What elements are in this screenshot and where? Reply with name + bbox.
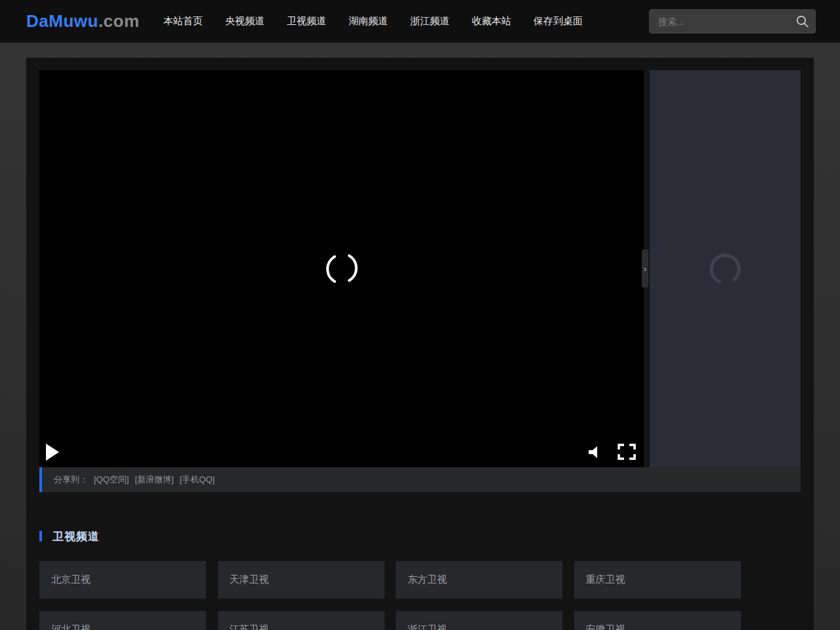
channel-card-anhui[interactable]: 安徽卫视 [574,611,741,630]
channel-card-tianjin[interactable]: 天津卫视 [218,561,385,598]
share-link-weibo[interactable]: [新浪微博] [135,474,173,486]
channel-card-beijing[interactable]: 北京卫视 [39,561,206,598]
search-box [649,9,816,33]
loading-spinner-icon [322,249,362,289]
logo[interactable]: DaMuwu.com [26,0,140,43]
fullscreen-icon [618,444,636,460]
main-nav: 本站首页 央视频道 卫视频道 湖南频道 浙江频道 收藏本站 保存到桌面 [163,0,583,43]
section-header: 卫视频道 [39,530,100,543]
search-icon[interactable] [796,15,809,28]
chevron-right-icon: › [644,264,646,273]
fullscreen-button[interactable] [618,444,636,460]
speaker-icon [587,445,602,459]
section-accent-bar [39,531,42,541]
logo-brand: DaMuwu [26,11,98,32]
nav-item-hunan-channels[interactable]: 湖南频道 [348,15,388,28]
play-button[interactable] [46,443,63,461]
nav-item-save-to-desktop[interactable]: 保存到桌面 [534,15,583,28]
channel-card-dongfang[interactable]: 东方卫视 [396,561,562,598]
header: DaMuwu.com 本站首页 央视频道 卫视频道 湖南频道 浙江频道 收藏本站… [0,0,840,43]
nav-item-zhejiang-channels[interactable]: 浙江频道 [410,15,450,28]
video-player[interactable] [39,70,644,467]
channel-card-chongqing[interactable]: 重庆卫视 [574,561,741,598]
nav-item-cctv-channels[interactable]: 央视频道 [225,15,264,28]
content: › 分享到： [QQ空间] [新浪微博] [手机QQ] 卫视频道 北京卫视 天津… [26,58,814,630]
sidebar-toggle[interactable]: › [642,249,648,287]
play-icon [46,444,59,461]
share-link-mobile-qq[interactable]: [手机QQ] [180,474,215,486]
sidebar-loading-spinner-icon [707,251,744,287]
nav-item-satellite-channels[interactable]: 卫视频道 [287,15,326,28]
channel-grid: 北京卫视 天津卫视 东方卫视 重庆卫视 河北卫视 江苏卫视 浙江卫视 安徽卫视 [39,561,801,630]
share-link-qzone[interactable]: [QQ空间] [94,474,129,486]
playlist-sidebar [650,70,801,467]
channel-card-hebei[interactable]: 河北卫视 [39,611,206,630]
search-input[interactable] [650,10,788,33]
nav-item-home[interactable]: 本站首页 [163,15,203,28]
nav-item-bookmark-site[interactable]: 收藏本站 [472,15,511,28]
channel-card-jiangsu[interactable]: 江苏卫视 [218,611,385,630]
volume-button[interactable] [587,445,602,459]
logo-tld: .com [98,11,140,32]
share-bar: 分享到： [QQ空间] [新浪微博] [手机QQ] [39,467,801,492]
share-label: 分享到： [54,474,88,486]
section-title: 卫视频道 [52,529,100,544]
channel-card-zhejiang[interactable]: 浙江卫视 [396,611,562,630]
